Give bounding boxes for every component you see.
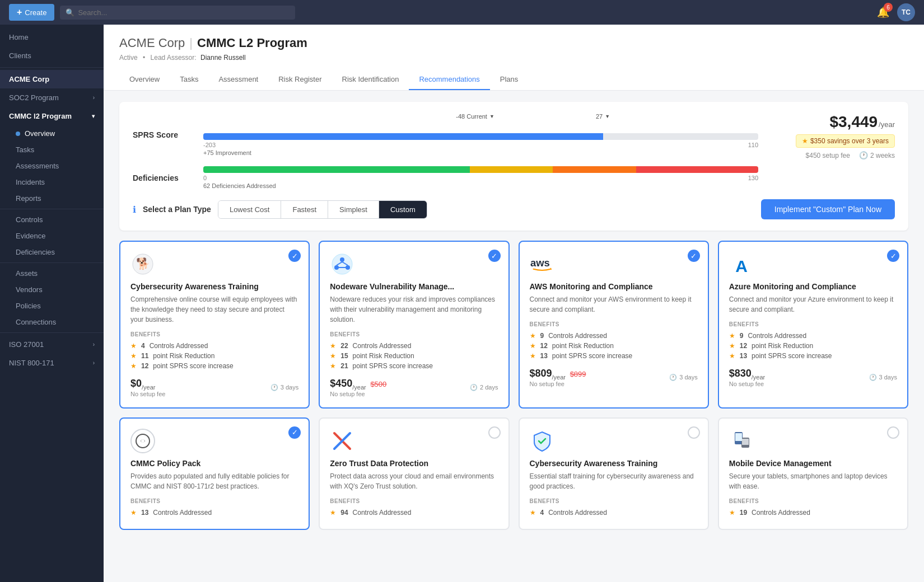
create-button[interactable]: + Create — [9, 4, 54, 21]
plan-btn-simplest[interactable]: Simplest — [328, 201, 379, 218]
plan-type-buttons: Lowest Cost Fastest Simplest Custom — [218, 200, 427, 219]
card-time-1: 🕐 3 days — [270, 384, 298, 391]
tab-risk-identification[interactable]: Risk Identification — [332, 69, 409, 90]
card-price-4: $830/year — [729, 368, 766, 379]
tab-risk-register[interactable]: Risk Register — [268, 69, 332, 90]
card-nodeware[interactable]: ✓ Nodeware Vu — [319, 241, 509, 409]
card-price-note-4: No setup fee — [729, 381, 766, 387]
svg-rect-20 — [742, 439, 749, 445]
plan-btn-fastest[interactable]: Fastest — [281, 201, 328, 218]
sprs-max: 110 — [748, 142, 758, 148]
tab-plans[interactable]: Plans — [490, 69, 529, 90]
sidebar-item-cmmc[interactable]: CMMC l2 Program▾ — [0, 107, 104, 125]
sidebar-sub-overview[interactable]: Overview — [0, 125, 104, 142]
sidebar-sub-vendors[interactable]: Vendors — [0, 281, 104, 298]
card-desc-aws: Connect and monitor your AWS environment… — [530, 294, 698, 315]
cards-row-1: ✓ 🐕 Cybersecurity Awareness Training Com… — [119, 241, 908, 409]
card-title-aws: AWS Monitoring and Compliance — [530, 282, 698, 291]
savings-badge: ★ $350 savings over 3 years — [796, 134, 895, 148]
tab-assessment[interactable]: Assessment — [208, 69, 268, 90]
card-time-4: 🕐 3 days — [869, 374, 897, 381]
card-logo-cmmc — [130, 429, 155, 453]
card-logo-aws: aws — [530, 252, 554, 276]
active-dot — [16, 132, 20, 136]
card-check-cyber2 — [688, 426, 700, 439]
benefits-label-2: BENEFITS — [330, 331, 498, 337]
avatar[interactable]: TC — [897, 3, 915, 21]
card-desc-cyber2: Essential staff training for cybersecuri… — [530, 471, 698, 491]
page-separator: | — [189, 36, 193, 50]
score-pricing-card: SPRS Score -48 Current ▼ — [119, 102, 908, 231]
card-logo-zero — [330, 429, 354, 453]
search-input[interactable] — [78, 8, 290, 17]
sidebar-item-clients[interactable]: Clients — [0, 46, 104, 65]
sidebar: Home Clients ACME Corp SOC2 Program› CMM… — [0, 25, 104, 582]
card-cmmc-policy[interactable]: ✓ CMMC Policy Pack Provides auto populat… — [119, 417, 310, 530]
sidebar-item-iso27001[interactable]: ISO 27001› — [0, 335, 104, 354]
card-zero-trust[interactable]: Zero Trust Data Protection Protect data … — [319, 417, 509, 530]
sidebar-item-nist[interactable]: NIST 800-171› — [0, 354, 104, 372]
plan-btn-custom[interactable]: Custom — [379, 201, 427, 218]
sidebar-sub-assets[interactable]: Assets — [0, 265, 104, 281]
benefits-label-7: BENEFITS — [530, 498, 698, 504]
card-title-mobile: Mobile Device Management — [729, 459, 897, 468]
sidebar-sub-evidence[interactable]: Evidence — [0, 228, 104, 244]
card-mobile-device[interactable]: Mobile Device Management Secure your tab… — [718, 417, 908, 530]
search-icon: 🔍 — [66, 8, 74, 17]
plan-btn-lowest-cost[interactable]: Lowest Cost — [218, 201, 282, 218]
svg-point-3 — [340, 257, 344, 262]
sidebar-sub-incidents[interactable]: Incidents — [0, 174, 104, 190]
svg-point-2 — [332, 254, 352, 274]
card-desc-cmmc: Provides auto populated and fully editab… — [130, 471, 298, 491]
card-aws[interactable]: ✓ aws AWS Monitoring and Compliance Conn… — [519, 241, 709, 409]
plan-info-icon[interactable]: ℹ — [133, 204, 136, 215]
card-check-nodeware: ✓ — [488, 250, 501, 262]
card-price-2: $450/year — [330, 378, 366, 389]
card-title-cybersecurity: Cybersecurity Awareness Training — [130, 282, 298, 291]
sprs-label: SPRS Score — [133, 130, 194, 139]
page-org: ACME Corp — [119, 36, 185, 50]
benefits-label-3: BENEFITS — [530, 321, 698, 327]
benefits-label-4: BENEFITS — [729, 321, 897, 327]
benefits-label-6: BENEFITS — [330, 498, 498, 504]
sidebar-sub-reports[interactable]: Reports — [0, 190, 104, 206]
sidebar-sub-tasks[interactable]: Tasks — [0, 142, 104, 158]
sidebar-sub-controls[interactable]: Controls — [0, 212, 104, 228]
bell-icon[interactable]: 🔔 6 — [877, 6, 889, 18]
nav-tabs: Overview Tasks Assessment Risk Register … — [119, 69, 908, 90]
page-program: CMMC L2 Program — [197, 36, 307, 50]
svg-text:🐕: 🐕 — [136, 257, 150, 270]
sidebar-item-home[interactable]: Home — [0, 28, 104, 46]
card-check-zero — [488, 426, 501, 439]
sidebar-item-soc2[interactable]: SOC2 Program› — [0, 88, 104, 107]
card-azure[interactable]: ✓ A Azure Monitoring and Compliance Conn… — [718, 241, 908, 409]
card-check-mobile — [887, 426, 899, 439]
time-estimate: 🕐 2 weeks — [859, 151, 895, 159]
tab-tasks[interactable]: Tasks — [170, 69, 208, 90]
def-min: 0 — [203, 175, 207, 181]
benefits-label-5: BENEFITS — [130, 498, 298, 504]
card-title-azure: Azure Monitoring and Compliance — [729, 282, 897, 291]
sidebar-item-acme-corp[interactable]: ACME Corp — [0, 70, 104, 88]
tab-recommendations[interactable]: Recommendations — [409, 69, 489, 90]
sprs-current-label: -48 Current — [456, 113, 487, 120]
setup-fee: $450 setup fee — [806, 152, 850, 159]
card-cybersecurity-2[interactable]: Cybersecurity Awareness Training Essenti… — [519, 417, 709, 530]
benefits-label-8: BENEFITS — [729, 498, 897, 504]
sidebar-sub-policies[interactable]: Policies — [0, 298, 104, 314]
card-title-cmmc: CMMC Policy Pack — [130, 459, 298, 468]
implement-plan-button[interactable]: Implement "Custom" Plan Now — [761, 199, 895, 219]
def-max: 130 — [748, 175, 758, 181]
price-main: $3,449 — [829, 113, 878, 131]
svg-rect-19 — [735, 433, 742, 441]
card-title-zero: Zero Trust Data Protection — [330, 459, 498, 468]
card-cybersecurity-training[interactable]: ✓ 🐕 Cybersecurity Awareness Training Com… — [119, 241, 310, 409]
tab-overview[interactable]: Overview — [119, 69, 170, 90]
sidebar-sub-assessments[interactable]: Assessments — [0, 158, 104, 174]
sprs-target-label: 27 — [596, 113, 603, 120]
cards-row-2: ✓ CMMC Policy Pack Provides auto populat… — [119, 417, 908, 530]
card-desc-nodeware: Nodeware reduces your risk and improves … — [330, 294, 498, 325]
sidebar-sub-deficiencies[interactable]: Deficiencies — [0, 244, 104, 260]
sidebar-sub-connections[interactable]: Connections — [0, 314, 104, 330]
card-title-nodeware: Nodeware Vulnerability Manage... — [330, 282, 498, 291]
